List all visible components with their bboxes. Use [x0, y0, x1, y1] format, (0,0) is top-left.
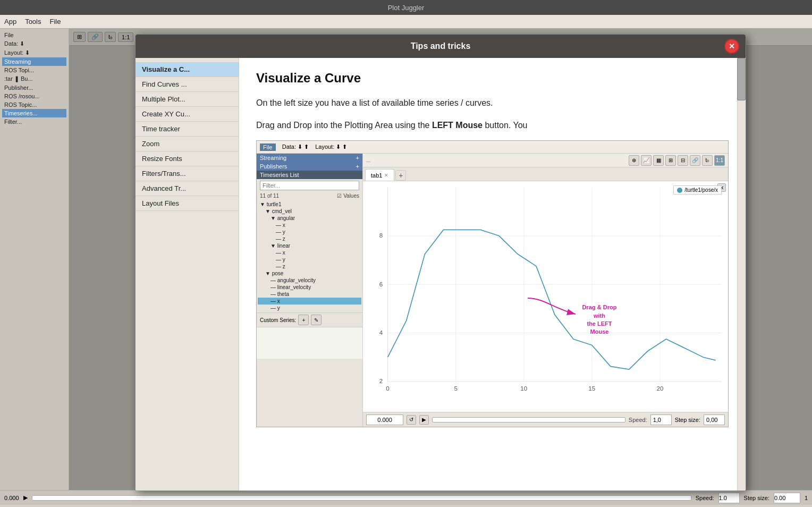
modal-close-button[interactable]: ✕ — [724, 39, 739, 54]
app-content: File Data: ⬇ Layout: ⬇ Streaming ROS Top… — [0, 29, 812, 490]
legend-color-indicator — [677, 188, 682, 193]
count-row: 11 of 11 ☑ Values — [257, 192, 362, 200]
paragraph-2-bold: LEFT Mouse — [432, 121, 483, 130]
menu-file[interactable]: File — [50, 18, 61, 26]
sidebar-ros-rosout[interactable]: ROS /rosou... — [2, 92, 66, 100]
content-paragraph-2: Drag and Drop into the Plotting Area usi… — [256, 119, 729, 132]
plot-toolbar-grid-btn[interactable]: ⊟ — [678, 155, 688, 166]
sidebar-streaming[interactable]: Streaming — [2, 57, 66, 66]
drag-label: Drag & Drop withthe LEFT Mouse — [581, 303, 618, 336]
inner-main: ... ⊕ 📈 ▦ ⊞ ⊟ 🔗 t₀ — [363, 154, 728, 427]
inner-content: Streaming+ Publishers+ Timeseries List — [257, 154, 728, 427]
plot-toolbar-link-btn[interactable]: 🔗 — [690, 155, 700, 166]
filter-input[interactable] — [260, 181, 359, 190]
nav-item-filters[interactable]: Filters/Trans... — [136, 166, 239, 181]
plot-toolbar-cross-btn[interactable]: ⊕ — [629, 155, 639, 166]
tree-pose-x[interactable]: — x — [258, 298, 361, 305]
paragraph-2-prefix: Drag and Drop into the Plotting Area usi… — [256, 121, 432, 130]
inner-sidebar: Streaming+ Publishers+ Timeseries List — [257, 154, 363, 427]
tree-pose-y: — y — [258, 305, 361, 311]
nav-item-time-tracker[interactable]: Time tracker — [136, 122, 239, 137]
drag-annotation: Drag & Drop withthe LEFT Mouse — [512, 288, 618, 332]
tree-area: ▼ turtle1 ▼ cmd_vel ▼ angular — [257, 200, 362, 312]
app-sidebar: File Data: ⬇ Layout: ⬇ Streaming ROS Top… — [0, 29, 69, 490]
app-title: Plot Juggler — [388, 4, 425, 12]
sidebar-timeseries[interactable]: Timeseries... — [2, 109, 66, 117]
tab-close-icon[interactable]: ✕ — [384, 173, 388, 178]
tree-angular-z: — z — [258, 235, 361, 242]
svg-text:6: 6 — [379, 281, 383, 288]
svg-text:4: 4 — [379, 329, 383, 336]
inner-bottom-bar: ↺ ▶ Speed: Step size: — [363, 412, 728, 427]
custom-series-add-btn[interactable]: + — [298, 315, 309, 325]
scrollbar-thumb[interactable] — [737, 58, 746, 100]
tree-linear-z: — z — [258, 263, 361, 270]
svg-text:20: 20 — [656, 385, 663, 392]
status-progress-bar[interactable] — [32, 495, 691, 501]
tree-pose: ▼ pose — [258, 270, 361, 277]
inner-app-screenshot: File Data: ⬇ ⬆ Layout: ⬇ ⬆ Strea — [256, 140, 729, 427]
tree-linear-velocity: — linear_velocity — [258, 284, 361, 291]
status-step-label: Step size: — [744, 495, 769, 501]
plot-toolbar-ratio-btn[interactable]: 1:1 — [714, 155, 725, 166]
svg-text:0: 0 — [386, 385, 389, 392]
tree-linear-y: — y — [258, 256, 361, 263]
sidebar-file[interactable]: File — [2, 31, 66, 39]
sidebar-publishers[interactable]: Publisher... — [2, 83, 66, 92]
menu-app[interactable]: App — [4, 18, 16, 26]
speed-input[interactable] — [650, 415, 672, 425]
nav-item-resize-fonts[interactable]: Resize Fonts — [136, 151, 239, 166]
nav-item-create-xy[interactable]: Create XY Cu... — [136, 107, 239, 122]
dots-label: ... — [366, 157, 370, 163]
values-label: ☑ Values — [337, 193, 359, 199]
sidebar-filter[interactable]: Filter... — [2, 117, 66, 126]
status-play-icon: ▶ — [23, 494, 28, 501]
plot-toolbar-chart-btn[interactable]: 📈 — [641, 155, 652, 166]
nav-item-visualize-curve[interactable]: Visualize a C... — [136, 62, 239, 77]
nav-item-zoom[interactable]: Zoom — [136, 137, 239, 151]
tab-add-button[interactable]: + — [395, 170, 406, 181]
plot-toolbar: ... ⊕ 📈 ▦ ⊞ ⊟ 🔗 t₀ — [363, 154, 728, 167]
inner-time-input[interactable] — [366, 415, 403, 425]
status-step-input[interactable] — [774, 493, 800, 503]
tab-tab1[interactable]: tab1 ✕ — [365, 169, 394, 181]
loop-btn[interactable]: ↺ — [407, 415, 416, 425]
plot-toolbar-table-btn[interactable]: ▦ — [653, 155, 664, 166]
plot-area: ✕ — [363, 181, 728, 412]
plot-toolbar-t0-btn[interactable]: t₀ — [702, 155, 713, 166]
plot-legend: /turtle1/pose/x — [673, 185, 722, 195]
step-label: Step size: — [675, 417, 700, 423]
nav-item-layout-files[interactable]: Layout Files — [136, 196, 239, 211]
modal-nav: Visualize a C... Find Curves ... Multipl… — [136, 58, 239, 491]
progress-bar[interactable] — [432, 417, 625, 422]
sidebar-data[interactable]: Data: ⬇ — [2, 39, 66, 48]
paragraph-2-suffix: button. You — [483, 121, 528, 130]
modal-title: Tips and tricks — [411, 41, 471, 51]
tab-bar: tab1 ✕ + — [363, 167, 728, 181]
nav-item-find-curves[interactable]: Find Curves ... — [136, 77, 239, 92]
nav-item-multiple-plot[interactable]: Multiple Plot... — [136, 92, 239, 107]
content-scroll[interactable]: Visualize a Curve On the left size you h… — [239, 58, 746, 491]
inner-menu-data: Data: ⬇ ⬆ — [282, 143, 309, 150]
custom-series-label: Custom Series: — [260, 317, 296, 323]
modal-titlebar: Tips and tricks ✕ — [136, 35, 746, 58]
inner-timeseries-section: Timeseries List — [257, 171, 362, 179]
sidebar-tar[interactable]: :tar ❚ Bu... — [2, 74, 66, 83]
tree-turtle1: ▼ turtle1 — [258, 201, 361, 208]
tree-linear: ▼ linear — [258, 242, 361, 249]
count-label: 11 of 11 — [260, 193, 279, 199]
sidebar-ros-topics[interactable]: ROS Topi... — [2, 66, 66, 74]
nav-item-advanced[interactable]: Advanced Tr... — [136, 181, 239, 196]
play-btn[interactable]: ▶ — [419, 415, 429, 425]
tree-angular-x: — x — [258, 222, 361, 229]
status-speed-input[interactable] — [718, 493, 740, 503]
sidebar-ros-topic[interactable]: ROS Topic... — [2, 100, 66, 109]
plot-toolbar-calc-btn[interactable]: ⊞ — [665, 155, 676, 166]
inner-menu-file: File — [260, 143, 276, 151]
menu-tools[interactable]: Tools — [25, 18, 41, 26]
svg-text:15: 15 — [588, 385, 595, 392]
custom-series-edit-btn[interactable]: ✎ — [311, 315, 322, 325]
svg-text:8: 8 — [379, 233, 383, 239]
sidebar-layout[interactable]: Layout: ⬇ — [2, 48, 66, 57]
step-input[interactable] — [704, 415, 725, 425]
